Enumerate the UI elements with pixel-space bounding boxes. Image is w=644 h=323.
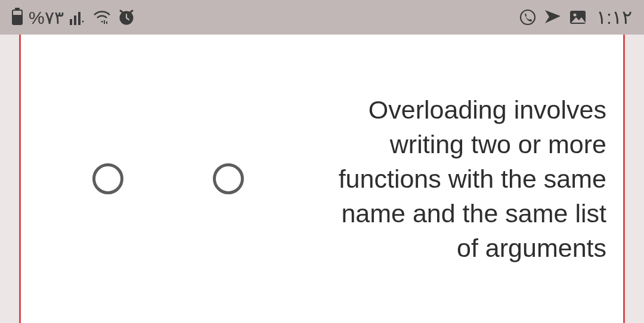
svg-rect-1: [74, 15, 76, 25]
wifi-icon: [92, 10, 112, 25]
radio-group: [92, 163, 244, 194]
question-card: Overloading involves writing two or more…: [19, 35, 625, 323]
send-icon: [544, 9, 562, 26]
status-right: ۱:۱۲: [519, 6, 632, 29]
battery-icon: [12, 10, 23, 25]
signal-icon: [70, 10, 86, 25]
svg-point-8: [574, 14, 577, 17]
svg-point-3: [82, 21, 83, 23]
svg-rect-0: [70, 19, 72, 25]
svg-rect-2: [78, 12, 80, 25]
call-icon: [519, 8, 537, 26]
status-left: %۷۳: [12, 7, 135, 28]
alarm-icon: [117, 8, 135, 26]
status-bar: %۷۳: [0, 0, 644, 35]
question-text: Overloading involves writing two or more…: [333, 92, 606, 265]
picture-icon: [569, 10, 587, 25]
clock-time: ۱:۱۲: [596, 6, 632, 29]
svg-point-6: [521, 10, 535, 24]
content-area: Overloading involves writing two or more…: [0, 35, 644, 323]
battery-percent: %۷۳: [29, 7, 64, 28]
radio-option-1[interactable]: [92, 163, 123, 194]
radio-option-2[interactable]: [213, 163, 244, 194]
